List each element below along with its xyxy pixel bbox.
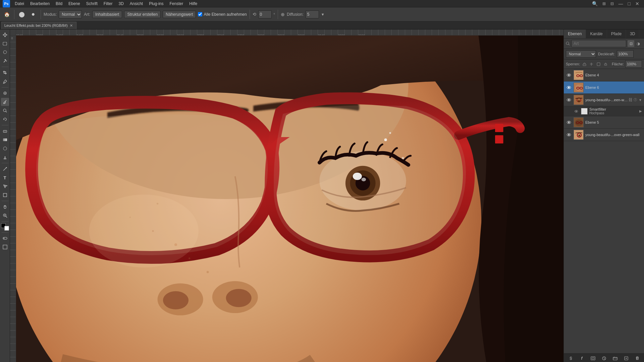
mode-select[interactable]: Normal	[59, 10, 82, 18]
tool-screen-mode[interactable]	[1, 243, 9, 251]
search-icon[interactable]: 🔍	[590, 1, 600, 6]
layer-name-ebene6: Ebene 6	[585, 85, 642, 89]
diffusion-input[interactable]	[306, 10, 319, 18]
svg-rect-19	[495, 124, 503, 132]
layers-bottom-bar: f	[564, 353, 644, 362]
layer-collapse-smartfilter[interactable]: ▶	[639, 109, 642, 113]
minimize-button[interactable]: —	[616, 1, 625, 6]
menu-bild[interactable]: Bild	[53, 1, 65, 7]
layer-item-young-kopie[interactable]: young-beautifu-...een-wall Kopie ⛓ ⓕ ▼	[564, 94, 644, 106]
menu-ebene[interactable]: Ebene	[66, 1, 83, 7]
tool-select-rect[interactable]	[1, 40, 9, 48]
inhaltsbasiert-btn[interactable]: Inhaltsbasiert	[92, 11, 122, 18]
layer-visibility-ebene6[interactable]	[566, 84, 572, 90]
menu-ansicht[interactable]: Ansicht	[127, 1, 146, 7]
svg-point-37	[384, 138, 387, 141]
toolbar-home-icon[interactable]: 🏠	[2, 10, 11, 19]
lock-all-icon[interactable]	[602, 61, 608, 67]
layer-item-smartfilter[interactable]: Smartfilter Hochpass ▶	[564, 106, 644, 116]
tool-eraser[interactable]	[1, 127, 9, 135]
menu-fenster[interactable]: Fenster	[167, 1, 186, 7]
menu-schrift[interactable]: Schrift	[84, 1, 100, 7]
new-layer-icon[interactable]	[623, 355, 630, 362]
naherungswert-btn[interactable]: Näherungswert	[163, 11, 196, 18]
layer-visibility-smartfilter[interactable]	[573, 108, 579, 114]
layer-visibility-young-kopie[interactable]	[566, 97, 572, 103]
opacity-label: Deckkraft:	[598, 52, 615, 56]
brush-size-icon[interactable]: ●	[29, 10, 38, 19]
menu-plugins[interactable]: Plug-ins	[146, 1, 166, 7]
alle-ebenen-check[interactable]: Alle Ebenen aufnehmen	[198, 12, 247, 17]
layers-filter-input[interactable]	[571, 40, 626, 47]
file-tab-bar: Leucht Effekt.psdc bei 230% (RGB/8#) ✕	[0, 21, 644, 29]
angle-input[interactable]	[258, 10, 272, 18]
app-icon[interactable]: Ps	[3, 0, 10, 7]
struktur-erstellen-btn[interactable]: Struktur erstellen	[124, 11, 161, 18]
tab-3d[interactable]: 3D	[626, 29, 639, 38]
lock-pixel-icon[interactable]	[581, 61, 587, 67]
layer-visibility-ebene4[interactable]	[566, 72, 572, 78]
tool-move[interactable]	[1, 31, 9, 39]
tool-quick-mask[interactable]	[1, 234, 9, 242]
menu-filter[interactable]: Filter	[101, 1, 115, 7]
add-adjustment-icon[interactable]	[600, 355, 608, 362]
tool-history-brush[interactable]	[1, 115, 9, 123]
layer-visibility-young[interactable]	[566, 132, 572, 138]
workspace-icon[interactable]: ⊞	[600, 1, 608, 6]
layer-item-young[interactable]: young-beautifu-...over-green-wall	[564, 129, 644, 141]
tool-type[interactable]: T	[1, 174, 9, 182]
close-button[interactable]: ✕	[633, 1, 641, 6]
layer-fx-young-kopie[interactable]: ⓕ	[633, 97, 638, 103]
menu-hilfe[interactable]: Hilfe	[186, 1, 200, 7]
layer-item-ebene5[interactable]: Ebene 5	[564, 116, 644, 129]
tool-pen[interactable]	[1, 165, 9, 173]
tool-eyedropper[interactable]	[1, 77, 9, 85]
menu-3d[interactable]: 3D	[116, 1, 126, 7]
layer-name-ebene4: Ebene 4	[585, 73, 642, 77]
link-layers-icon[interactable]	[567, 355, 575, 362]
filter-type-icon[interactable]: T	[642, 40, 644, 47]
blend-mode-select[interactable]: Normal	[566, 50, 596, 58]
layer-collapse-arrow[interactable]: ▼	[639, 98, 642, 102]
lock-artboard-icon[interactable]	[595, 61, 601, 67]
foreground-bg-colors[interactable]	[1, 223, 9, 231]
fill-input[interactable]	[625, 60, 642, 68]
layer-item-ebene6[interactable]: Ebene 6	[564, 81, 644, 94]
arrange-icon[interactable]: ⊟	[608, 1, 616, 6]
filter-pixel-icon[interactable]: ⊡	[628, 40, 634, 47]
tool-magic-wand[interactable]	[1, 57, 9, 65]
tool-gradient[interactable]	[1, 136, 9, 144]
new-group-icon[interactable]	[611, 355, 619, 362]
file-tab[interactable]: Leucht Effekt.psdc bei 230% (RGB/8#) ✕	[1, 22, 76, 29]
svg-rect-15	[3, 245, 7, 249]
delete-layer-icon[interactable]	[634, 355, 641, 362]
tool-dodge[interactable]	[1, 153, 9, 161]
tool-lasso[interactable]	[1, 48, 9, 56]
menu-bearbeiten[interactable]: Bearbeiten	[28, 1, 52, 7]
layer-visibility-ebene5[interactable]	[566, 119, 572, 125]
filter-adjustment-icon[interactable]: ◑	[635, 40, 642, 47]
layer-effects-icon[interactable]: f	[578, 355, 586, 362]
opacity-input[interactable]	[617, 50, 634, 58]
tool-crop[interactable]	[1, 69, 9, 77]
tool-spot-heal[interactable]	[1, 89, 9, 97]
tool-shape[interactable]	[1, 191, 9, 199]
menu-datei[interactable]: Datei	[12, 1, 27, 7]
tab-pfade[interactable]: Pfade	[607, 29, 626, 38]
tab-ebenen[interactable]: Ebenen	[564, 29, 586, 38]
layer-item-ebene4[interactable]: Ebene 4	[564, 69, 644, 81]
tool-hand[interactable]	[1, 203, 9, 211]
tool-clone-stamp[interactable]	[1, 107, 9, 115]
tool-zoom[interactable]	[1, 212, 9, 220]
brush-preset-icon[interactable]: ⬤	[17, 10, 26, 19]
tool-blur[interactable]	[1, 144, 9, 153]
file-tab-close[interactable]: ✕	[70, 23, 73, 28]
lock-position-icon[interactable]	[588, 61, 594, 67]
tab-kanale[interactable]: Kanäle	[586, 29, 607, 38]
canvas-viewport[interactable]	[16, 36, 564, 362]
tool-brush[interactable]	[1, 98, 9, 106]
tool-path-select[interactable]	[1, 182, 9, 190]
diffusion-arrow[interactable]: ▼	[321, 12, 325, 16]
add-mask-icon[interactable]	[589, 355, 597, 362]
maximize-button[interactable]: □	[626, 1, 633, 6]
